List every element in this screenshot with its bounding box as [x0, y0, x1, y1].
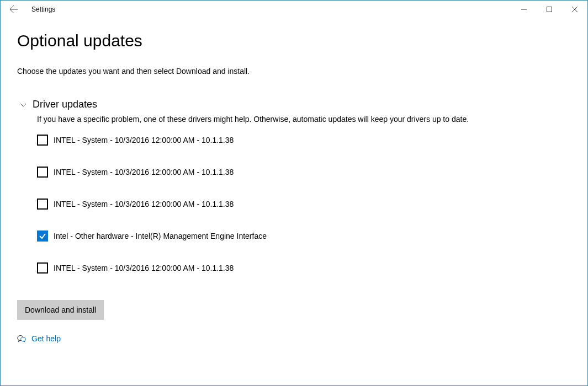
- close-button[interactable]: [562, 1, 587, 18]
- update-item: INTEL - System - 10/3/2016 12:00:00 AM -…: [37, 167, 571, 178]
- get-help-link[interactable]: Get help: [31, 334, 61, 343]
- update-checkbox[interactable]: [37, 135, 48, 146]
- svg-point-5: [21, 337, 26, 341]
- updates-list: INTEL - System - 10/3/2016 12:00:00 AM -…: [37, 135, 571, 274]
- maximize-icon: [547, 7, 552, 12]
- update-label: INTEL - System - 10/3/2016 12:00:00 AM -…: [54, 200, 234, 208]
- titlebar: Settings: [1, 1, 587, 18]
- update-checkbox[interactable]: [37, 199, 48, 210]
- maximize-button[interactable]: [537, 1, 562, 18]
- update-item: INTEL - System - 10/3/2016 12:00:00 AM -…: [37, 199, 571, 210]
- close-icon: [572, 7, 578, 12]
- update-checkbox[interactable]: [37, 167, 48, 178]
- app-title: Settings: [31, 6, 55, 13]
- chevron-down-icon: [19, 101, 33, 109]
- page-title: Optional updates: [17, 31, 571, 50]
- update-checkbox[interactable]: [37, 230, 48, 242]
- update-item: Intel - Other hardware - Intel(R) Manage…: [37, 230, 571, 242]
- back-button[interactable]: [1, 1, 27, 18]
- help-icon: [17, 334, 26, 343]
- window-controls: [511, 1, 587, 18]
- update-label: INTEL - System - 10/3/2016 12:00:00 AM -…: [54, 264, 234, 272]
- update-item: INTEL - System - 10/3/2016 12:00:00 AM -…: [37, 262, 571, 274]
- section-title: Driver updates: [33, 99, 97, 110]
- download-install-button[interactable]: Download and install: [17, 300, 104, 320]
- svg-rect-1: [547, 7, 552, 12]
- update-label: INTEL - System - 10/3/2016 12:00:00 AM -…: [54, 136, 234, 144]
- content-area: Optional updates Choose the updates you …: [1, 18, 587, 343]
- update-item: INTEL - System - 10/3/2016 12:00:00 AM -…: [37, 135, 571, 146]
- back-arrow-icon: [9, 5, 18, 14]
- section-description: If you have a specific problem, one of t…: [37, 115, 571, 124]
- minimize-button[interactable]: [511, 1, 537, 18]
- update-checkbox[interactable]: [37, 262, 48, 274]
- minimize-icon: [521, 7, 527, 12]
- update-label: Intel - Other hardware - Intel(R) Manage…: [54, 232, 267, 240]
- get-help-row: Get help: [17, 334, 571, 343]
- driver-updates-header[interactable]: Driver updates: [19, 99, 571, 110]
- page-description: Choose the updates you want and then sel…: [17, 67, 571, 76]
- checkmark-icon: [39, 232, 46, 240]
- update-label: INTEL - System - 10/3/2016 12:00:00 AM -…: [54, 168, 234, 176]
